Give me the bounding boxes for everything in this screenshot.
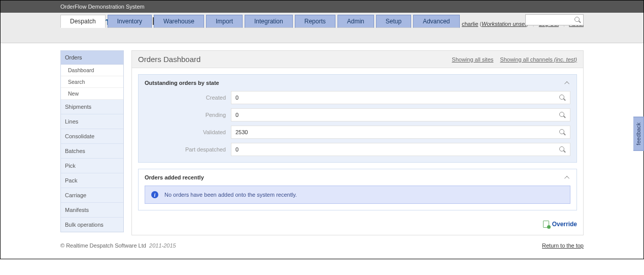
override-icon [543,221,549,228]
tab-admin[interactable]: Admin [337,15,374,28]
collapse-icon[interactable] [564,174,570,180]
state-label: Validated [145,129,231,135]
override-area: Override [132,217,583,235]
sidebar-item-bulk-operations[interactable]: Bulk operations [61,218,123,232]
search-icon[interactable] [559,129,566,136]
search-icon[interactable] [559,146,566,153]
feedback-tab[interactable]: feedback [633,117,644,151]
sidebar-item-pick[interactable]: Pick [61,159,123,173]
sidebar-item-shipments[interactable]: Shipments [61,100,123,114]
footer: © Realtime Despatch Software Ltd 2011-20… [1,235,643,259]
channels-link[interactable]: Showing all channels (inc. test) [500,56,577,63]
sidebar-item-batches[interactable]: Batches [61,144,123,159]
sites-link[interactable]: Showing all sites [452,56,493,63]
tab-reports[interactable]: Reports [295,15,335,28]
sidebar-sub-dashboard[interactable]: Dashboard [61,65,123,76]
return-top-link[interactable]: Return to the top [542,242,584,249]
system-title: OrderFlow Demonstration System [60,4,145,10]
tab-warehouse[interactable]: Warehouse [154,15,204,28]
main-panel: Orders Dashboard Showing all sites Showi… [131,50,584,235]
recent-title: Orders added recently [145,174,204,180]
search-icon[interactable] [559,112,566,118]
username-link[interactable]: charlie [462,21,478,27]
sidebar: Orders DashboardSearchNew ShipmentsLines… [60,50,124,232]
tab-inventory[interactable]: Inventory [108,15,152,28]
header: RealtimeDespatch charlie (Workstation un… [1,13,643,43]
state-label: Pending [145,112,231,118]
state-count: 0 [235,112,239,118]
workstation-link[interactable]: Workstation unset [482,21,526,27]
sidebar-item-lines[interactable]: Lines [61,114,123,129]
main-tabs: DespatchInventoryWarehouseImportIntegrat… [60,15,460,28]
state-row: Validated2530 [145,126,570,139]
sidebar-item-carriage[interactable]: Carriage [61,188,123,203]
state-count: 2530 [235,129,248,135]
info-message: i No orders have been added onto the sys… [145,186,570,204]
outstanding-panel: Outstanding orders by state Created0Pend… [138,74,577,163]
info-text: No orders have been added onto the syste… [164,192,297,198]
override-link[interactable]: Override [543,221,577,228]
state-label: Created [145,95,231,101]
sidebar-head-orders[interactable]: Orders [61,51,123,65]
state-value: 0 [231,143,570,156]
state-value: 0 [231,108,570,121]
recent-panel: Orders added recently i No orders have b… [138,169,577,210]
state-count: 0 [235,95,239,101]
search-input[interactable] [531,16,574,24]
state-label: Part despatched [145,146,231,152]
search-icon[interactable] [574,17,581,23]
sidebar-item-consolidate[interactable]: Consolidate [61,129,123,144]
top-bar: OrderFlow Demonstration System [1,1,643,13]
state-row: Created0 [145,91,570,104]
sidebar-sub-new[interactable]: New [61,88,123,100]
sidebar-item-pack[interactable]: Pack [61,173,123,188]
info-icon: i [151,191,158,198]
search-box[interactable] [525,14,584,25]
copyright-years: 2011-2015 [149,242,176,249]
tab-import[interactable]: Import [206,15,243,28]
tab-setup[interactable]: Setup [376,15,411,28]
outstanding-title: Outstanding orders by state [145,80,219,86]
state-value: 0 [231,91,570,104]
sidebar-sub-search[interactable]: Search [61,76,123,88]
collapse-icon[interactable] [564,80,570,86]
state-count: 0 [235,146,239,152]
state-value: 2530 [231,126,570,139]
tab-integration[interactable]: Integration [245,15,293,28]
filter-links: Showing all sites Showing all channels (… [447,56,577,63]
state-row: Pending0 [145,108,570,121]
main-header: Orders Dashboard Showing all sites Showi… [132,51,583,68]
copyright: © Realtime Despatch Software Ltd [60,242,146,249]
tab-advanced[interactable]: Advanced [413,15,459,28]
search-icon[interactable] [559,95,566,101]
sidebar-item-manifests[interactable]: Manifests [61,203,123,218]
page-title: Orders Dashboard [138,55,200,64]
state-row: Part despatched0 [145,143,570,156]
tab-despatch[interactable]: Despatch [60,15,106,28]
